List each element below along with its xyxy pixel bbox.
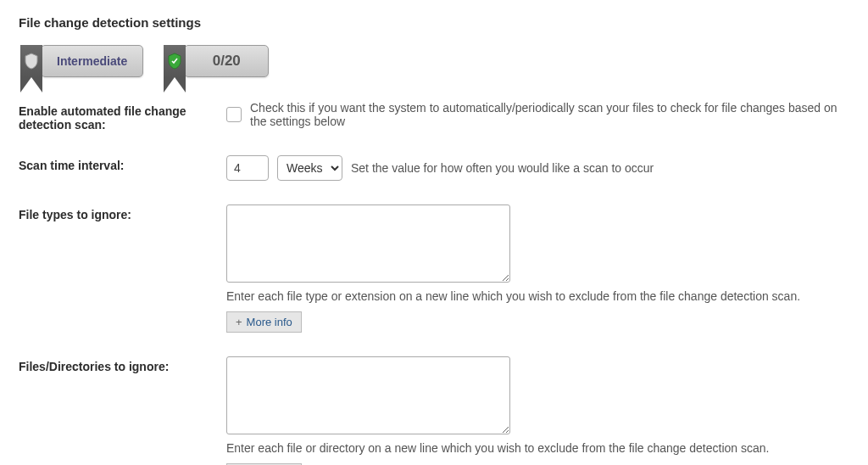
- level-badge-text: Intermediate: [57, 54, 127, 68]
- files-dirs-ignore-textarea[interactable]: [226, 356, 510, 434]
- score-badge: 0/20: [162, 45, 269, 77]
- level-badge: Intermediate: [19, 45, 143, 77]
- score-badge-text: 0/20: [213, 53, 241, 70]
- file-types-ignore-textarea[interactable]: [226, 204, 510, 283]
- files-dirs-ignore-label: Files/Directories to ignore:: [19, 356, 226, 373]
- scan-interval-input[interactable]: [226, 155, 269, 181]
- shield-icon: [19, 45, 44, 77]
- file-types-ignore-label: File types to ignore:: [19, 204, 226, 221]
- section-title: File change detection settings: [19, 15, 849, 30]
- file-types-ignore-help: Enter each file type or extension on a n…: [226, 289, 800, 303]
- plus-icon: +: [236, 316, 242, 328]
- badges-row: Intermediate 0/20: [19, 45, 849, 77]
- enable-scan-label: Enable automated file change detection s…: [19, 101, 226, 132]
- enable-scan-help: Check this if you want the system to aut…: [250, 101, 849, 128]
- more-info-label: More info: [247, 316, 292, 328]
- files-dirs-ignore-help: Enter each file or directory on a new li…: [226, 441, 769, 455]
- scan-interval-label: Scan time interval:: [19, 155, 226, 172]
- scan-interval-help: Set the value for how often you would li…: [351, 161, 654, 175]
- enable-scan-checkbox[interactable]: [226, 107, 242, 122]
- file-types-more-info-button[interactable]: + More info: [226, 311, 302, 333]
- check-shield-icon: [162, 45, 187, 77]
- scan-interval-unit-select[interactable]: Weeks: [277, 155, 342, 181]
